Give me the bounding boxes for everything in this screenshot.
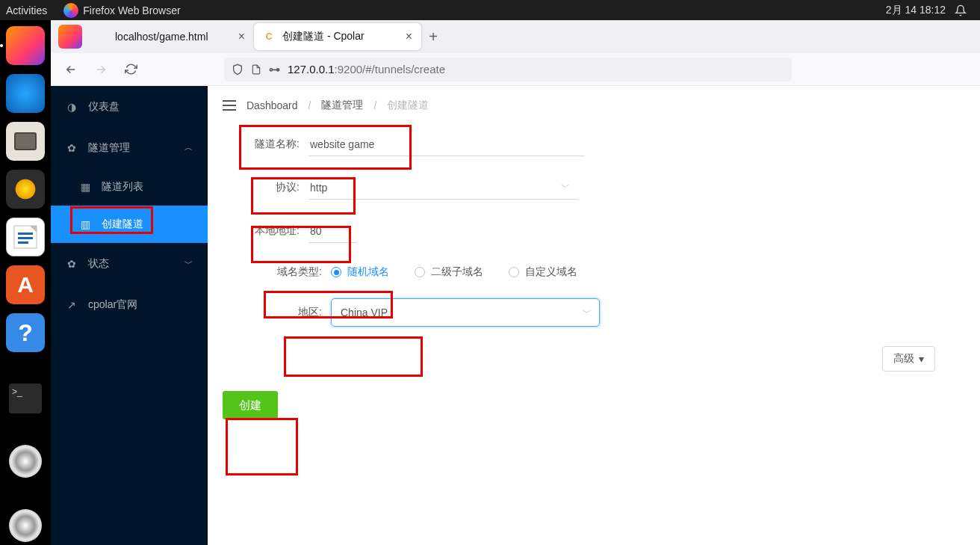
close-icon[interactable]: ×	[238, 30, 245, 43]
tunnel-name-label: 隧道名称:	[223, 138, 308, 151]
crumb-tunnel-mgmt[interactable]: 隧道管理	[321, 99, 363, 112]
dock-ubuntu-software[interactable]: A	[6, 265, 45, 304]
back-button[interactable]	[60, 58, 82, 81]
current-app-indicator[interactable]: Firefox Web Browser	[63, 3, 180, 18]
grid-icon: ▥	[79, 218, 91, 230]
svg-rect-4	[18, 241, 28, 244]
sidebar-item-cpolar-site[interactable]: ↗ cpolar官网	[51, 284, 208, 325]
sidebar-item-tunnel-list[interactable]: ▦ 隧道列表	[51, 168, 208, 206]
svg-rect-3	[18, 237, 33, 239]
close-icon[interactable]: ×	[406, 30, 412, 43]
firefox-icon	[63, 3, 78, 18]
external-link-icon: ↗	[66, 299, 78, 311]
region-select[interactable]: China VIP ﹀	[331, 298, 600, 327]
dashboard-icon: ◑	[66, 101, 78, 113]
firefox-logo-icon	[58, 25, 82, 49]
local-addr-label: 本地地址:	[223, 224, 308, 238]
activities-button[interactable]: Activities	[6, 4, 47, 16]
dock-help[interactable]: ?	[6, 313, 45, 352]
svg-rect-2	[18, 233, 33, 235]
chevron-down-icon: ﹀	[184, 258, 193, 269]
dock-thunderbird[interactable]	[6, 74, 45, 113]
dock-disc-1[interactable]	[9, 445, 42, 478]
new-tab-button[interactable]: +	[421, 25, 445, 49]
status-icon: ✿	[66, 258, 78, 270]
dock-files[interactable]	[6, 122, 45, 161]
shield-icon	[232, 64, 244, 76]
menu-toggle-icon[interactable]	[223, 100, 236, 111]
clock[interactable]: 2月 14 18:12	[886, 4, 946, 17]
firefox-window: localhost/game.html × C 创建隧道 - Cpolar × …	[51, 20, 980, 545]
browser-tab-2[interactable]: C 创建隧道 - Cpolar ×	[254, 23, 421, 50]
create-tunnel-form: 隧道名称: 协议: http ﹀ 本地地址: 域名类型:	[208, 125, 980, 461]
forward-button[interactable]	[90, 58, 112, 81]
address-bar[interactable]: ⊶ 127.0.0.1:9200/#/tunnels/create	[224, 58, 792, 81]
globe-icon	[96, 31, 108, 43]
gear-icon: ✿	[66, 142, 78, 154]
dock-disc-2[interactable]	[9, 509, 42, 542]
dock-libreoffice-writer[interactable]	[6, 218, 45, 256]
browser-toolbar: ⊶ 127.0.0.1:9200/#/tunnels/create	[51, 53, 980, 86]
local-addr-input[interactable]	[308, 219, 357, 243]
sidebar-item-tunnel-mgmt[interactable]: ✿ 隧道管理 ︿	[51, 127, 208, 168]
tunnel-name-input[interactable]	[308, 132, 585, 156]
radio-random-domain[interactable]: 随机域名	[331, 265, 389, 279]
chevron-down-icon: ﹀	[561, 181, 570, 194]
domain-type-radios: 随机域名 二级子域名 自定义域名	[331, 265, 577, 279]
radio-custom-domain[interactable]: 自定义域名	[509, 265, 577, 279]
sidebar-item-status[interactable]: ✿ 状态 ﹀	[51, 243, 208, 284]
radio-subdomain[interactable]: 二级子域名	[415, 265, 483, 279]
region-label: 地区:	[223, 306, 331, 319]
dock-rhythmbox[interactable]	[6, 170, 45, 209]
domain-type-label: 域名类型:	[223, 265, 331, 279]
chevron-up-icon: ︿	[184, 142, 193, 153]
dock-firefox[interactable]	[6, 26, 45, 65]
crumb-dashboard[interactable]: Dashboard	[246, 99, 298, 111]
crumb-create-tunnel: 创建隧道	[387, 99, 429, 112]
browser-tab-strip: localhost/game.html × C 创建隧道 - Cpolar × …	[51, 20, 980, 53]
ubuntu-dock: A ? >_	[0, 20, 51, 545]
reload-button[interactable]	[120, 58, 142, 81]
app-sidebar: ◑ 仪表盘 ✿ 隧道管理 ︿ ▦ 隧道列表 ▥ 创建隧道 ✿ 状态 ﹀	[51, 86, 208, 545]
sidebar-item-dashboard[interactable]: ◑ 仪表盘	[51, 86, 208, 127]
notification-bell-icon[interactable]	[955, 4, 967, 16]
protocol-label: 协议:	[223, 181, 308, 194]
create-button[interactable]: 创建	[223, 391, 278, 419]
caret-down-icon: ▾	[919, 353, 924, 365]
key-icon: ⊶	[269, 63, 280, 76]
dock-terminal[interactable]: >_	[9, 384, 42, 413]
page-icon	[251, 64, 261, 76]
list-icon: ▦	[79, 181, 91, 193]
advanced-button[interactable]: 高级▾	[882, 346, 935, 372]
cpolar-app: ◑ 仪表盘 ✿ 隧道管理 ︿ ▦ 隧道列表 ▥ 创建隧道 ✿ 状态 ﹀	[51, 86, 980, 545]
cpolar-favicon: C	[263, 31, 275, 43]
url-text: 127.0.0.1:9200/#/tunnels/create	[288, 63, 445, 76]
sidebar-item-create-tunnel[interactable]: ▥ 创建隧道	[51, 206, 208, 243]
breadcrumb: Dashboard / 隧道管理 / 创建隧道	[208, 86, 980, 125]
app-main: Dashboard / 隧道管理 / 创建隧道 隧道名称: 协议: http ﹀	[208, 86, 980, 545]
protocol-select[interactable]: http ﹀	[308, 176, 577, 200]
os-top-bar: Activities Firefox Web Browser 2月 14 18:…	[0, 0, 980, 20]
chevron-down-icon: ﹀	[583, 307, 592, 319]
browser-tab-1[interactable]: localhost/game.html ×	[87, 23, 254, 50]
